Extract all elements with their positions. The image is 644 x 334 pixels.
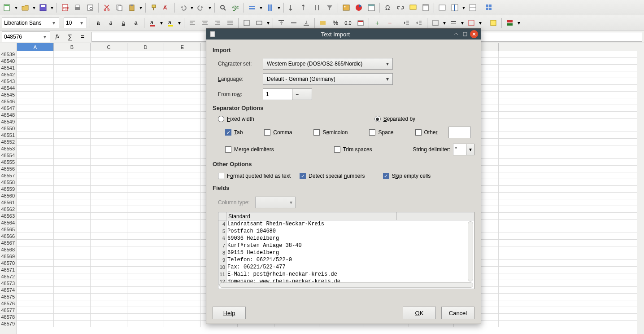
ok-button[interactable]: OK — [403, 307, 436, 319]
dialog-titlebar[interactable]: Text Import — [206, 29, 481, 40]
spinner-plus-icon[interactable]: + — [302, 89, 312, 100]
italic-icon[interactable]: a — [105, 18, 116, 28]
skip-empty-checkbox[interactable]: Skip empty cells — [383, 173, 431, 179]
charset-select[interactable]: Western Europe (DOS/OS2-865/Nordic) ▾ — [263, 58, 393, 70]
font-name-input[interactable] — [4, 20, 51, 26]
equals-icon[interactable]: = — [77, 31, 88, 42]
row-header[interactable]: 48539 — [0, 51, 17, 58]
preview-col-header[interactable]: Standard — [226, 212, 397, 220]
preview-row[interactable]: 4Landratsamt Rhein-Neckar-Kreis — [218, 220, 474, 228]
highlight-icon[interactable]: a — [165, 18, 176, 28]
row-header[interactable]: 48556 — [0, 166, 17, 172]
strike-icon[interactable]: a — [131, 18, 141, 28]
add-decimal-icon[interactable]: + — [372, 18, 383, 28]
pivot-icon[interactable] — [366, 2, 377, 13]
indent-icon[interactable] — [413, 18, 424, 28]
wrap-text-icon[interactable] — [241, 18, 252, 28]
col-header-D[interactable]: D — [127, 43, 164, 51]
string-delim-input[interactable] — [453, 144, 466, 155]
number-icon[interactable]: 0.0 — [343, 18, 353, 28]
trim-spaces-checkbox[interactable]: Trim spaces — [334, 146, 372, 153]
select-all-corner[interactable] — [0, 43, 17, 51]
comma-checkbox[interactable]: Comma — [264, 129, 292, 136]
row-header[interactable]: 48545 — [0, 92, 17, 98]
sort-icon[interactable] — [312, 2, 322, 13]
row-header[interactable]: 48566 — [0, 233, 17, 240]
col-header-B[interactable]: B — [54, 43, 91, 51]
name-box[interactable]: ▾ — [2, 31, 50, 42]
row-header[interactable]: 48575 — [0, 294, 17, 300]
open-icon[interactable] — [20, 2, 30, 13]
print-icon[interactable] — [72, 2, 83, 13]
find-replace-icon[interactable] — [218, 2, 228, 13]
pdf-export-icon[interactable]: PDF — [60, 2, 70, 13]
hyperlink-icon[interactable] — [395, 2, 406, 13]
cond-format-dropdown[interactable]: ▾ — [517, 20, 521, 26]
other-separator-input[interactable] — [448, 127, 471, 138]
row-header[interactable]: 48565 — [0, 226, 17, 233]
borders-dropdown[interactable]: ▾ — [443, 20, 446, 26]
redo-dropdown[interactable]: ▾ — [208, 4, 212, 11]
headers-footers-icon[interactable] — [420, 2, 431, 13]
font-size-combo[interactable]: ▾ — [64, 18, 87, 28]
row-header[interactable]: 48564 — [0, 220, 17, 226]
currency-icon[interactable] — [318, 18, 328, 28]
align-justify-icon[interactable] — [225, 18, 235, 28]
row-header[interactable]: 48544 — [0, 85, 17, 92]
font-color-icon[interactable]: a — [147, 18, 158, 28]
open-dropdown[interactable]: ▾ — [32, 4, 36, 11]
preview-box[interactable]: Standard 4Landratsamt Rhein-Neckar-Kreis… — [218, 212, 474, 289]
fixed-width-radio[interactable]: Fixed width — [218, 116, 254, 122]
maximize-icon[interactable] — [461, 30, 469, 38]
close-icon[interactable] — [470, 30, 478, 38]
row-header[interactable]: 48549 — [0, 119, 17, 125]
grid-view-icon[interactable] — [484, 2, 495, 13]
autoformat-icon[interactable] — [488, 18, 499, 28]
col-header-A[interactable]: A — [17, 43, 54, 51]
sort-asc-icon[interactable] — [287, 2, 297, 13]
highlight-dropdown[interactable]: ▾ — [178, 20, 181, 26]
image-icon[interactable] — [341, 2, 352, 13]
paint-format-icon[interactable] — [148, 2, 159, 13]
insert-col-icon[interactable] — [265, 2, 275, 13]
row-header[interactable]: 48562 — [0, 206, 17, 213]
row-header[interactable]: 48568 — [0, 246, 17, 253]
name-box-input[interactable] — [4, 34, 42, 40]
detect-special-checkbox[interactable]: Detect special numbers — [300, 173, 365, 179]
chevron-down-icon[interactable]: ▾ — [466, 144, 474, 155]
row-header[interactable]: 48546 — [0, 98, 17, 105]
sort-desc-icon[interactable] — [299, 2, 310, 13]
row-header[interactable]: 48560 — [0, 193, 17, 199]
save-dropdown[interactable]: ▾ — [50, 4, 54, 11]
define-range-icon[interactable] — [437, 2, 448, 13]
autofilter-icon[interactable] — [324, 2, 335, 13]
row-header[interactable]: 48552 — [0, 139, 17, 145]
row-header[interactable]: 48573 — [0, 280, 17, 287]
row-header[interactable]: 48572 — [0, 273, 17, 280]
merge-cells-icon[interactable] — [254, 18, 265, 28]
new-doc-icon[interactable] — [2, 2, 13, 13]
clear-format-icon[interactable]: A̸ — [161, 2, 172, 13]
row-header[interactable]: 48553 — [0, 145, 17, 152]
insert-row-icon[interactable] — [247, 2, 257, 13]
cut-icon[interactable] — [101, 2, 112, 13]
valign-bot-icon[interactable] — [301, 18, 312, 28]
row-header[interactable]: 48555 — [0, 159, 17, 166]
col-header-C[interactable]: C — [91, 43, 127, 51]
font-size-input[interactable] — [66, 20, 78, 26]
spellcheck-icon[interactable]: Abc — [230, 2, 241, 13]
preview-row[interactable]: 669036 Heidelberg — [218, 235, 474, 242]
preview-row[interactable]: 11E-Mail: post@rhein-neckar-kreis.de — [218, 271, 474, 278]
fx-icon[interactable]: fx — [52, 31, 63, 42]
valign-top-icon[interactable] — [276, 18, 287, 28]
dedent-icon[interactable] — [401, 18, 412, 28]
string-delim-select[interactable]: ▾ — [453, 144, 474, 155]
row-header[interactable]: 48558 — [0, 179, 17, 186]
row-header[interactable]: 48578 — [0, 314, 17, 321]
redo-icon[interactable] — [196, 2, 206, 13]
preview-row[interactable]: 7Kurfªrsten Anlage 38-40 — [218, 242, 474, 249]
border-style-dropdown[interactable]: ▾ — [461, 20, 464, 26]
valign-mid-icon[interactable] — [288, 18, 299, 28]
shade-icon[interactable] — [452, 30, 460, 38]
special-char-icon[interactable]: Ω — [383, 2, 393, 13]
